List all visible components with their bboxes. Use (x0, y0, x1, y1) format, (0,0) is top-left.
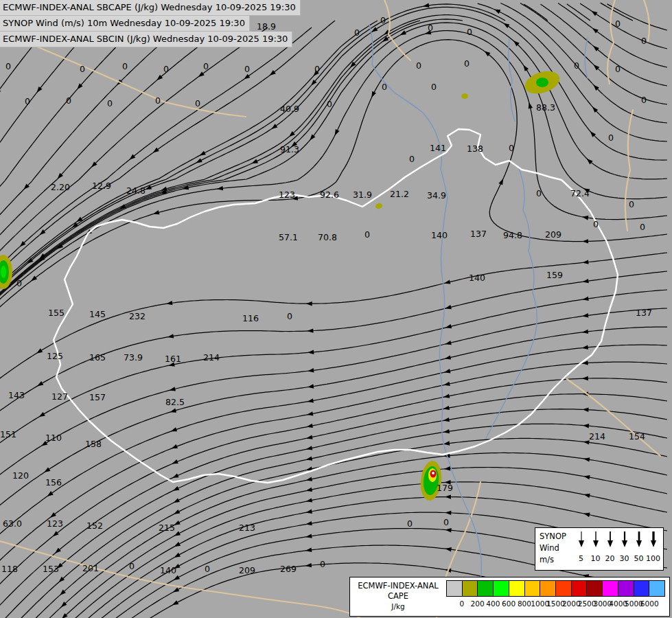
cape-color-cell (447, 581, 463, 596)
wind-arrow-icon (634, 530, 644, 548)
flow-arrowhead-icon (445, 480, 451, 484)
header-line-wind: SYNOP Wind (m/s) 10m Wednesday 10-09-202… (0, 16, 250, 32)
flow-arrowhead-icon (306, 435, 313, 439)
flow-arrowhead-icon (44, 468, 50, 473)
flow-arrowhead-icon (170, 387, 176, 391)
wind-streamline (0, 327, 667, 510)
streamlines-layer (0, 3, 667, 618)
cape-tick-label: 600 (502, 599, 515, 608)
flow-arrowhead-icon (582, 345, 588, 350)
cape-tick-label: 800 (518, 599, 531, 608)
wind-arrow-icon (591, 530, 601, 548)
cape-color-cell (556, 581, 572, 596)
wind-legend-subtitle: Wind (540, 542, 571, 554)
flow-arrowhead-icon (271, 124, 277, 129)
cape-color-cell (509, 581, 525, 596)
wind-arrow-cell (574, 530, 588, 548)
wind-streamline (601, 3, 633, 21)
flow-arrowhead-icon (445, 355, 452, 359)
country-border (625, 110, 633, 231)
flow-arrowhead-icon (41, 441, 47, 446)
flow-arrowhead-icon (172, 459, 178, 464)
flow-arrowhead-icon (166, 301, 172, 305)
cape-spots-layer (0, 67, 562, 502)
wind-streamline (500, 3, 667, 124)
flow-arrowhead-icon (307, 424, 313, 428)
wind-streamline (0, 40, 667, 314)
wind-streamline (558, 3, 667, 68)
wind-arrow-icon (577, 530, 586, 548)
flow-arrowhead-icon (50, 512, 56, 518)
flow-arrowhead-icon (443, 441, 450, 445)
flow-arrowhead-icon (443, 394, 450, 398)
flow-arrowhead-icon (172, 444, 178, 448)
flow-arrowhead-icon (583, 440, 590, 444)
country-border (567, 379, 660, 456)
flow-arrowhead-icon (153, 148, 159, 153)
flow-arrowhead-icon (306, 301, 312, 306)
cape-spot (375, 203, 383, 210)
country-border (0, 541, 360, 618)
flow-arrowhead-icon (529, 102, 533, 109)
flow-arrowhead-icon (371, 91, 376, 98)
flow-arrowhead-icon (307, 411, 313, 415)
cape-tick-label: 6000 (640, 599, 659, 608)
cape-color-cell (618, 581, 634, 596)
wind-arrow-cell (632, 530, 646, 548)
cape-colorbar (446, 580, 665, 597)
river-tisza (486, 169, 537, 438)
wind-legend-unit: m/s (540, 554, 571, 566)
cape-color-cell (649, 581, 664, 596)
flow-arrowhead-icon (423, 3, 430, 8)
wind-streamline (0, 27, 180, 223)
flow-arrowhead-icon (172, 473, 179, 478)
wind-speed-row: 510203050100 (574, 549, 660, 569)
country-border (384, 0, 410, 60)
flow-arrowhead-icon (425, 30, 432, 34)
flow-arrowhead-icon (308, 350, 314, 354)
wind-legend-title: SYNOP (540, 531, 571, 542)
cape-spot (432, 472, 435, 474)
wind-streamline (0, 7, 667, 295)
cape-tick-label: 0 (459, 599, 464, 608)
flow-arrowhead-icon (583, 457, 590, 461)
cape-legend-title: ECMWF-INDEX-ANAL (350, 581, 446, 591)
flow-arrowhead-icon (305, 548, 312, 552)
cape-color-cell (603, 581, 618, 596)
flow-arrowhead-icon (308, 368, 314, 372)
flow-arrowhead-icon (592, 28, 599, 34)
flow-arrowhead-icon (173, 587, 179, 592)
flow-arrowhead-icon (305, 563, 312, 567)
cape-legend-unit: J/kg (350, 602, 446, 611)
flow-arrowhead-icon (445, 547, 451, 551)
flow-arrowhead-icon (582, 216, 588, 220)
flow-arrowhead-icon (582, 239, 588, 243)
river-danube-lower (439, 198, 482, 617)
flow-arrowhead-icon (53, 531, 59, 536)
flow-arrowhead-icon (444, 279, 451, 284)
flow-arrowhead-icon (174, 553, 181, 558)
wind-arrow-cell (588, 530, 603, 548)
flow-arrowhead-icon (308, 398, 314, 402)
flow-arrowhead-icon (443, 406, 450, 410)
wind-streamline (0, 253, 667, 382)
flow-arrowhead-icon (39, 412, 45, 417)
flow-arrowhead-icon (47, 491, 54, 496)
wind-legend: SYNOP Wind m/s 510203050100 (535, 527, 664, 571)
wind-arrow-cell (646, 530, 660, 548)
weather-map: 18.90000000000000000088.30000040.9000091… (0, 0, 672, 618)
flow-arrowhead-icon (445, 305, 452, 309)
flow-arrowhead-icon (36, 348, 43, 353)
cape-tick-label: 400 (486, 599, 500, 608)
flow-arrowhead-icon (443, 417, 450, 422)
cape-tick-label: 200 (471, 599, 485, 608)
wind-speed-label: 20 (603, 554, 617, 563)
flow-arrowhead-icon (583, 188, 590, 193)
flow-arrowhead-icon (582, 297, 588, 301)
flow-arrowhead-icon (37, 87, 43, 93)
flow-arrowhead-icon (305, 521, 312, 525)
flow-arrowhead-icon (174, 564, 180, 569)
flow-arrowhead-icon (31, 275, 37, 281)
cape-color-cell (463, 581, 478, 596)
flow-arrowhead-icon (172, 600, 178, 605)
